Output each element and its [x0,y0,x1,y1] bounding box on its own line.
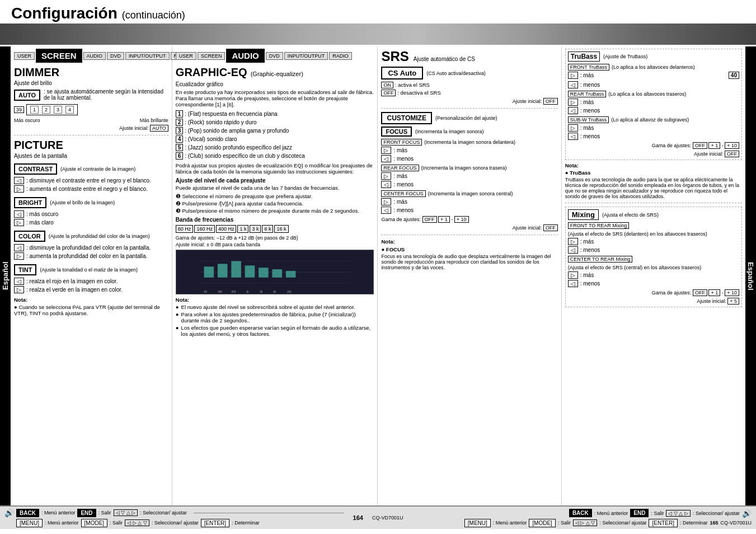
num-2-box[interactable]: 2 [42,106,50,114]
nav-arrows-left[interactable]: ◁ ▽ △ ▷ [114,509,138,516]
front-trubass-label: FRONT TruBass [568,64,609,71]
sub-trubass-less-btn[interactable]: ◁ [568,133,578,140]
focus-label[interactable]: FOCUS [381,127,412,137]
rear-trubass-less-btn[interactable]: ◁ [568,107,578,114]
num-3-box[interactable]: 3 [54,106,62,114]
tint-more-btn[interactable]: ▷ [14,286,24,293]
color-section: COLOR (Ajuste la profundidad del color d… [14,229,168,260]
eq-item-1: 1 : (Flat) respuesta en frecuencia plana [176,110,374,118]
eq-num-3: 3 [176,127,184,134]
rear-focus-more-btn[interactable]: ▷ [381,172,391,180]
center-rear-less-label: : menos [580,280,600,287]
eq-desc-1: : (Flat) respuesta en frecuencia plana [185,111,278,117]
tab-input-col1[interactable]: INPUT/OUTPUT [125,52,170,60]
freq-400hz: 400 Hz [216,225,237,233]
menu-btn-right[interactable]: [MENU] [464,519,491,527]
nav-arrows2-left[interactable]: ◁ ▷ △ ▽ [125,519,149,526]
center-rear-less-btn[interactable]: ◁ [568,280,578,287]
back-btn-right[interactable]: BACK [569,509,592,517]
front-rear-more-btn[interactable]: ▷ [568,238,578,245]
on-box[interactable]: ON [381,82,393,88]
customize-desc: (Personalización del ajuste) [435,115,497,121]
on-desc: : activa el SRS [395,82,430,88]
end-btn-right[interactable]: END [630,509,649,517]
eq-nota-text-2: Para volver a los ajustes predeterminado… [181,311,374,324]
tab-dvd-col1[interactable]: DVD [107,52,124,60]
eq-num-4: 4 [176,135,184,143]
gama-ajustes: Gama de ajustes: –12 dB a +12 dB (en pas… [176,235,374,241]
mode-btn-right[interactable]: [MODE] [529,519,556,527]
eq-visual: 60 160 400 1k 3k 6k 16k [176,250,374,294]
contrast-more-btn[interactable]: ▷ [14,185,24,193]
tab-screen-col2[interactable]: SCREEN [198,52,226,60]
rear-trubass-more: ▷ : más [568,99,739,106]
front-focus-less-btn[interactable]: ◁ [381,155,391,162]
bright-less-btn[interactable]: ◁ [14,210,24,218]
customize-label[interactable]: CUSTOMIZE [381,112,431,124]
mode-btn-left[interactable]: [MODE] [81,519,108,527]
num-4-box[interactable]: 4 [65,106,74,114]
front-focus-more-btn[interactable]: ▷ [381,147,391,154]
tint-less-btn[interactable]: ◁ [14,278,24,285]
front-trubass-more-btn[interactable]: ▷ [568,72,578,79]
tab-dvd-col2[interactable]: DVD [266,52,283,60]
model-name-bottom: CQ-VD7001U [372,515,403,521]
menu-desc-right: : Menú anterior [493,520,527,526]
color-less-row: ◁ : disminuye la profundidad del color e… [14,244,168,251]
contrast-label: CONTRAST [14,163,57,175]
picture-sub: Ajustes de la pantalla [14,153,168,159]
front-trubass-less-btn[interactable]: ◁ [568,81,578,88]
bright-label: BRIGHT [14,197,46,208]
num-1-box[interactable]: 1 [30,106,39,114]
center-rear-mixing-desc: (Ajusta el efecto de SRS (central) en lo… [568,265,702,270]
svg-text:60: 60 [204,291,207,293]
color-more-btn[interactable]: ▷ [14,252,24,260]
center-focus-more-btn[interactable]: ▷ [381,198,391,205]
dimmer-auto-box[interactable]: AUTO [14,90,40,101]
tab-user-col1[interactable]: USER [14,52,35,60]
front-rear-less: ◁ : menos [568,246,739,254]
ajuste-inicial-eq: Ajuste inicial: ± 0 dB para cada banda [176,242,374,247]
col1-nota-title: Nota: [14,297,168,303]
end-btn-left[interactable]: END [77,509,96,517]
tint-more-row: ▷ : realza el verde en la imagen en colo… [14,286,168,293]
freq-3k: 3 k [250,225,261,233]
bright-less-row: ◁ : más oscuro [14,210,168,218]
nav-arrows-right[interactable]: ◁ ▽ △ ▷ [666,510,691,517]
eq-sub2: Ecualizador gráfico [176,81,374,87]
contrast-less-btn[interactable]: ◁ [14,177,24,184]
menu-btn-left[interactable]: [MENU] [16,519,43,527]
rear-trubass-more-btn[interactable]: ▷ [568,99,578,106]
rear-focus-less-btn[interactable]: ◁ [381,181,391,188]
front-trubass-more: ▷ : más [568,72,594,79]
sub-trubass-more-btn[interactable]: ▷ [568,124,578,132]
bullet-3: ● [176,325,179,337]
front-rear-less-btn[interactable]: ◁ [568,246,578,254]
nav-arrows2-right[interactable]: ◁ ▷ △ ▽ [573,519,598,526]
color-more-text: : aumenta la profundidad del color en la… [26,253,147,259]
off-box[interactable]: OFF [381,90,396,96]
tab-radio-col2[interactable]: RADIO [329,52,352,60]
bright-more-btn[interactable]: ▷ [14,219,24,226]
cs-auto-label[interactable]: CS Auto [381,67,423,79]
trubass-ajuste: Ajuste inicial: OFF [568,151,739,157]
center-rear-more-btn[interactable]: ▷ [568,271,578,279]
tab-input-col2[interactable]: INPUT/OUTPUT [284,52,328,60]
trubass-gama: Gama de ajustes: OFF + 1 - + 10 [568,142,739,149]
tab-screen-col1[interactable]: SCREEN [36,49,82,63]
tab-audio-col1[interactable]: AUDIO [83,52,106,60]
eq-step3: ❸ Pulse/presione el mismo número de prea… [176,208,374,214]
dimmer-sub: Ajuste del brillo [14,80,168,86]
enter-btn-left[interactable]: [ENTER] [201,519,229,527]
tint-more-text: : realza el verde en la imagen en color. [26,287,123,293]
color-less-btn[interactable]: ◁ [14,244,24,251]
center-focus-less-btn[interactable]: ◁ [381,207,391,214]
tab-user-col2[interactable]: USER [176,52,196,60]
tab-audio-col2[interactable]: AUDIO [226,49,264,63]
num-40: 40 [729,72,739,79]
enter-btn-right[interactable]: [ENTER] [649,519,677,527]
main-layout: Español USER SCREEN AUDIO DVD INPUT/OUTP… [0,46,756,505]
back-btn-left[interactable]: BACK [16,509,39,517]
end-desc-right: : Salir [651,510,664,516]
rear-trubass-less: ◁ : menos [568,107,739,114]
